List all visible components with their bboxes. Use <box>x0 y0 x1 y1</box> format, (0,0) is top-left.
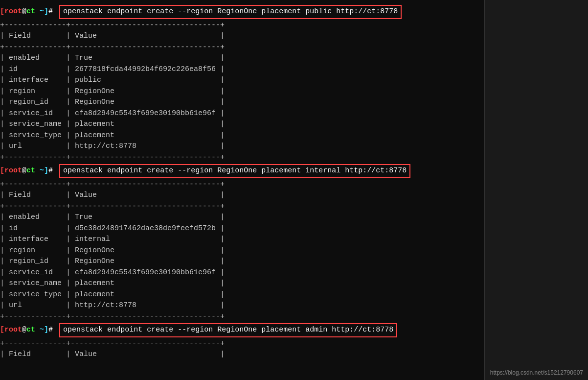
prompt-hash-3: # <box>48 325 53 336</box>
prompt-line-3: [root@ct ~] # openstack endpoint create … <box>0 322 484 338</box>
table-row-1-1: | id | 2677818fcda44992b4f692c226ea8f56 … <box>0 64 484 75</box>
table-sep-mid-2: +--------------+------------------------… <box>0 201 484 213</box>
table-row-1-8: | url | http://ct:8778 | <box>0 141 484 152</box>
prompt-hash-2: # <box>48 166 53 177</box>
prompt-line-2: [root@ct ~] # openstack endpoint create … <box>0 163 484 179</box>
prompt-at-2: @ <box>22 166 26 177</box>
table-row-1-2: | interface | public | <box>0 75 484 86</box>
table-sep-mid-1: +--------------+------------------------… <box>0 42 484 53</box>
terminal-window: [root@ct ~] # openstack endpoint create … <box>0 0 484 360</box>
command-box-1: openstack endpoint create --region Regio… <box>59 5 402 19</box>
table-row-1-3: | region | RegionOne | <box>0 86 484 97</box>
section-2: [root@ct ~] # openstack endpoint create … <box>0 163 484 322</box>
prompt-hash-1: # <box>48 6 53 18</box>
prompt-root-2: [root <box>0 166 22 177</box>
table-row-2-4: | region_id | RegionOne | <box>0 256 484 267</box>
table-row-1-6: | service_name | placement | <box>0 119 484 130</box>
table-row-1-5: | service_id | cfa8d2949c5543f699e30190b… <box>0 108 484 119</box>
table-sep-bot-2: +--------------+------------------------… <box>0 311 484 323</box>
prompt-root-3: [root <box>0 325 22 336</box>
table-sep-top-2: +--------------+------------------------… <box>0 179 484 190</box>
command-box-3: openstack endpoint create --region Regio… <box>59 323 397 337</box>
prompt-tilde-3: ~] <box>35 325 48 336</box>
section-1: [root@ct ~] # openstack endpoint create … <box>0 4 484 163</box>
table-row-1-4: | region_id | RegionOne | <box>0 97 484 108</box>
table-sep-top-1: +--------------+------------------------… <box>0 20 484 31</box>
table-row-2-6: | service_name | placement | <box>0 278 484 289</box>
table-sep-top-3: +--------------+------------------------… <box>0 338 484 350</box>
prompt-tilde-1: ~] <box>35 6 48 18</box>
table-row-1-0: | enabled | True | <box>0 53 484 64</box>
csdn-watermark: https://blog.csdn.net/s15212790607 <box>490 369 583 376</box>
table-row-2-3: | region | RegionOne | <box>0 245 484 257</box>
prompt-host-1: ct <box>26 6 35 18</box>
table-row-2-1: | id | d5c38d248917462dae38de9feefd572b … <box>0 223 484 235</box>
prompt-line-1: [root@ct ~] # openstack endpoint create … <box>0 4 484 20</box>
prompt-host-2: ct <box>26 166 35 177</box>
table-row-2-2: | interface | internal | <box>0 234 484 245</box>
table-row-1-7: | service_type | placement | <box>0 130 484 142</box>
table-row-2-7: | service_type | placement | <box>0 289 484 301</box>
table-row-2-8: | url | http://ct:8778 | <box>0 300 484 311</box>
sidebar-right <box>484 0 588 380</box>
table-row-2-5: | service_id | cfa8d2949c5543f699e30190b… <box>0 267 484 279</box>
prompt-host-3: ct <box>26 325 35 336</box>
prompt-root-1: [root <box>0 6 22 18</box>
table-header-1: | Field | Value | <box>0 31 484 42</box>
table-sep-bot-1: +--------------+------------------------… <box>0 152 484 164</box>
table-header-3: | Field | Value | <box>0 349 484 360</box>
section-3: [root@ct ~] # openstack endpoint create … <box>0 322 484 360</box>
prompt-at-3: @ <box>22 325 26 336</box>
prompt-tilde-2: ~] <box>35 166 48 177</box>
prompt-at-1: @ <box>22 6 26 18</box>
command-box-2: openstack endpoint create --region Regio… <box>59 164 410 178</box>
table-header-2: | Field | Value | <box>0 190 484 201</box>
table-row-2-0: | enabled | True | <box>0 212 484 223</box>
